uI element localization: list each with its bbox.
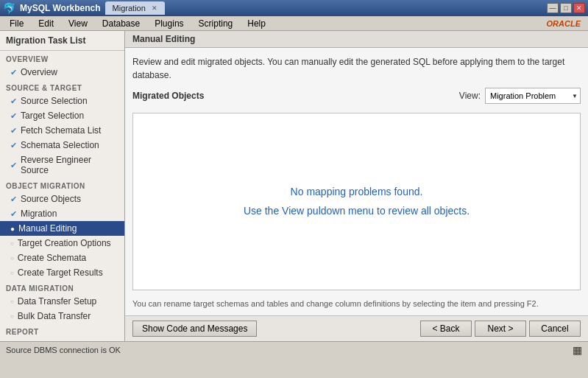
status-bar: Source DBMS connection is OK ▦ [0,341,588,357]
sidebar-item-target-creation[interactable]: ○ Target Creation Options [0,236,124,251]
bullet-icon-manual: ● [10,225,15,233]
content-area: Manual Editing Review and edit migrated … [125,31,588,341]
sidebar-item-target-selection[interactable]: ✔ Target Selection [0,108,124,123]
sidebar-label-target-selection: Target Selection [21,111,84,121]
menu-scripting[interactable]: Scripting [192,16,240,31]
sidebar-label-create-target-results: Create Target Results [18,267,103,278]
sidebar-label-reverse-engineer: Reverse Engineer Source [21,155,118,175]
cancel-button[interactable]: Cancel [529,321,581,337]
main-layout: Migration Task List OVERVIEW ✔ Overview … [0,31,588,341]
check-icon-migration: ✔ [10,209,17,219]
section-overview: OVERVIEW [0,51,124,65]
sidebar-item-overview[interactable]: ✔ Overview [0,65,124,80]
sidebar-label-overview: Overview [21,67,57,77]
sidebar-label-data-transfer-setup: Data Transfer Setup [18,296,96,307]
sidebar-item-create-target-results[interactable]: ○ Create Target Results [0,265,124,280]
title-bar: 🐬 MySQL Workbench Migration ✕ — □ ✕ [0,0,588,16]
sidebar-label-schemata-selection: Schemata Selection [21,140,99,150]
maximize-button[interactable]: □ [560,3,572,13]
no-problems-text: No mapping problems found. Use the View … [244,183,470,220]
sidebar-item-reverse-engineer[interactable]: ✔ Reverse Engineer Source [0,153,124,178]
check-icon-reverse: ✔ [10,161,17,170]
menu-bar: File Edit View Database Plugins Scriptin… [0,16,588,31]
sidebar-label-fetch-schemata: Fetch Schemata List [21,125,101,136]
menu-plugins[interactable]: Plugins [148,16,190,31]
check-icon: ✔ [10,68,17,77]
sidebar-item-migration[interactable]: ✔ Migration [0,206,124,221]
menu-file[interactable]: File [3,16,30,31]
tab-label: Migration [113,4,146,13]
circle-icon-bulk-transfer: ○ [10,313,14,320]
sidebar-label-source-selection: Source Selection [21,96,88,106]
sidebar-item-source-objects[interactable]: ✔ Source Objects [0,192,124,206]
sidebar-item-data-transfer-setup[interactable]: ○ Data Transfer Setup [0,294,124,309]
app-icon: 🐬 [3,2,15,14]
menu-edit[interactable]: Edit [32,16,60,31]
status-message: Source DBMS connection is OK [6,346,121,354]
circle-icon-create-schemata: ○ [10,255,14,262]
sidebar-item-fetch-schemata[interactable]: ✔ Fetch Schemata List [0,123,124,138]
sidebar-title: Migration Task List [0,31,124,51]
circle-icon-data-transfer: ○ [10,298,14,305]
section-report: REPORT [0,323,124,337]
btn-right-group: < Back Next > Cancel [420,321,581,337]
back-button[interactable]: < Back [420,321,472,337]
show-code-messages-button[interactable]: Show Code and Messages [132,321,257,337]
menu-database[interactable]: Database [96,16,146,31]
close-button[interactable]: ✕ [573,3,585,13]
bottom-hint: You can rename target schemas and tables… [132,299,581,308]
status-icon: ▦ [573,344,582,356]
view-control: View: Migration Problem All Objects Colu… [459,88,581,104]
circle-icon-target-creation: ○ [10,240,14,247]
check-icon-source: ✔ [10,97,17,106]
minimize-button[interactable]: — [547,3,559,13]
sidebar-label-migration-report: Migration Report [18,340,83,341]
sidebar-item-schemata-selection[interactable]: ✔ Schemata Selection [0,138,124,153]
sidebar-label-bulk-data-transfer: Bulk Data Transfer [18,311,91,321]
sidebar-item-create-schemata[interactable]: ○ Create Schemata [0,251,124,265]
close-tab-icon[interactable]: ✕ [152,4,157,12]
check-icon-fetch: ✔ [10,126,17,136]
circle-icon-create-target: ○ [10,270,14,276]
check-icon-schemata: ✔ [10,141,17,150]
oracle-logo: ORACLE [547,19,585,28]
view-dropdown-wrapper[interactable]: Migration Problem All Objects Column Map… [485,88,581,104]
section-source-target: SOURCE & TARGET [0,80,124,94]
view-dropdown[interactable]: Migration Problem All Objects Column Map… [485,88,581,104]
sidebar-item-manual-editing[interactable]: ● Manual Editing [0,221,124,236]
sidebar-label-manual-editing: Manual Editing [18,223,77,234]
view-label: View: [459,91,481,101]
description-text: Review and edit migrated objects. You ca… [132,55,581,82]
sidebar-item-source-selection[interactable]: ✔ Source Selection [0,94,124,108]
sidebar-item-migration-report[interactable]: ○ Migration Report [0,337,124,341]
objects-table-area: No mapping problems found. Use the View … [132,113,581,290]
section-data-migration: DATA MIGRATION [0,280,124,294]
migrated-objects-bar: Migrated Objects View: Migration Problem… [132,88,581,104]
app-title: MySQL Workbench [20,3,101,13]
content-body: Review and edit migrated objects. You ca… [125,48,588,315]
sidebar-label-migration: Migration [21,209,57,219]
sidebar-item-bulk-data-transfer[interactable]: ○ Bulk Data Transfer [0,309,124,323]
check-icon-target: ✔ [10,111,17,121]
section-object-migration: OBJECT MIGRATION [0,178,124,192]
sidebar-label-source-objects: Source Objects [21,194,81,204]
next-button[interactable]: Next > [475,321,526,337]
migration-tab[interactable]: Migration ✕ [105,1,165,15]
action-row: Show Code and Messages < Back Next > Can… [125,315,588,341]
menu-help[interactable]: Help [241,16,272,31]
menu-view[interactable]: View [62,16,94,31]
sidebar: Migration Task List OVERVIEW ✔ Overview … [0,31,125,341]
content-header: Manual Editing [125,31,588,48]
migrated-objects-label: Migrated Objects [132,91,204,101]
sidebar-label-create-schemata: Create Schemata [18,253,86,263]
sidebar-label-target-creation: Target Creation Options [18,238,111,248]
check-icon-source-obj: ✔ [10,195,17,204]
